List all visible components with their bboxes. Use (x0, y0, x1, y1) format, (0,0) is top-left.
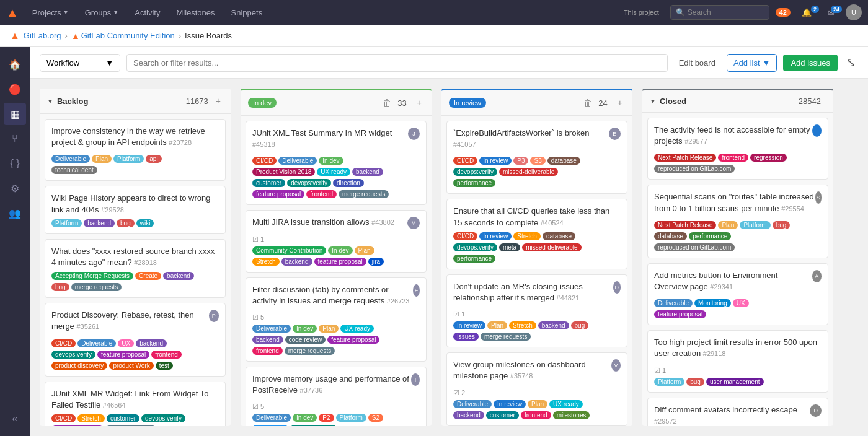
sidebar-icon-merge[interactable]: ⑂ (4, 128, 26, 150)
table-row[interactable]: Don't update an MR's closing issues rela… (446, 274, 627, 347)
tag: UX ready (340, 325, 374, 333)
tag: S2 (368, 414, 383, 422)
tag: Monitoring (694, 299, 731, 307)
tag: regression (750, 154, 787, 162)
sidebar-icon-home[interactable]: 🏠 (4, 53, 26, 76)
column-in-review: In review 🗑 24 + `ExpireBuildArtifactsWo… (441, 89, 632, 426)
tag: In dev (328, 246, 352, 255)
avatar: V (611, 359, 621, 372)
expand-button[interactable]: ⤡ (844, 53, 858, 72)
table-row[interactable]: Add metrics button to Environment Overvi… (647, 263, 828, 325)
tag: technical debt (51, 166, 97, 174)
nav-badge-2: 2 (811, 6, 819, 13)
column-header-closed: ▼ Closed 28542 (642, 89, 833, 113)
nav-badge-42[interactable]: 42 (776, 8, 790, 17)
table-row[interactable]: Improve consistency in the way we retrie… (45, 119, 226, 181)
nav-snippets[interactable]: Snippets (226, 8, 268, 17)
tag: backend (538, 321, 569, 329)
in-dev-add-btn[interactable]: + (414, 97, 424, 109)
tag: database (654, 232, 687, 240)
table-row[interactable]: View group milestones on dashboard miles… (446, 352, 627, 425)
avatar: D (613, 281, 621, 294)
tag: CI/CD (51, 414, 76, 422)
toggle-closed[interactable]: ▼ (650, 98, 656, 105)
in-dev-trash-btn[interactable]: 🗑 (380, 97, 394, 109)
table-row[interactable]: JUnit XML Test Summary In MR widget #453… (246, 121, 427, 205)
sidebar-icon-collapse[interactable]: « (4, 408, 26, 430)
add-issues-button[interactable]: Add issues (783, 54, 838, 71)
in-review-add-btn[interactable]: + (615, 97, 625, 109)
tag: merge requests (71, 283, 122, 291)
sidebar-icon-issues[interactable]: 🔴 (4, 78, 26, 100)
breadcrumb-org[interactable]: GitLab.org (24, 31, 61, 40)
in-review-trash-btn[interactable]: 🗑 (581, 97, 595, 109)
tag: devops:verify (287, 179, 331, 187)
tag: UX (733, 299, 749, 307)
avatar: T (812, 124, 822, 137)
sidebar-icon-ci[interactable]: ⚙ (4, 177, 26, 199)
table-row[interactable]: Diff comment avatars incorrectly escape … (647, 398, 828, 427)
tag: merge requests (105, 425, 156, 426)
tag: feature proposal (51, 425, 104, 426)
sidebar-icon-code[interactable]: { } (4, 152, 26, 175)
tag: bug (686, 378, 704, 386)
task-icon: ☑ 5 (252, 313, 264, 321)
user-avatar[interactable]: U (846, 4, 862, 20)
nav-activity[interactable]: Activity (130, 8, 165, 17)
nav-groups[interactable]: Groups ▼ (80, 8, 124, 17)
nav-milestones[interactable]: Milestones (171, 8, 219, 17)
tag: feature proposal (314, 258, 366, 266)
tag: Issues (453, 333, 479, 341)
workflow-select[interactable]: Workflow ▼ (40, 54, 120, 72)
table-row[interactable]: Filter discussion (tab) by comments or a… (246, 277, 427, 362)
tag: In review (479, 232, 512, 240)
tag: Community Contribution (252, 246, 326, 255)
tag: devops:verify (453, 168, 497, 176)
task-icon: ☑ 2 (453, 389, 465, 397)
task-icon: ☑ 1 (654, 367, 666, 375)
table-row[interactable]: The activity feed is not accessible for … (647, 118, 828, 180)
table-row[interactable]: JUnit XML MR Widget: Link From Widget To… (45, 381, 226, 427)
avatar: E (609, 128, 621, 140)
add-list-label: Add list (733, 58, 760, 68)
tag: Platform (51, 219, 82, 227)
tag: frontend (521, 411, 551, 419)
nav-bell[interactable]: 🔔 2 (797, 8, 817, 17)
tag: In dev (319, 157, 343, 165)
table-row[interactable]: Multi JIRA issue transition allows #4380… (246, 210, 427, 272)
tag: Create (135, 272, 161, 280)
nav-mail[interactable]: ✉ 24 (823, 8, 839, 17)
table-row[interactable]: What does "xxxx restored source branch x… (45, 239, 226, 298)
tag: CI/CD (252, 157, 277, 165)
tag: wiki (136, 219, 154, 227)
tag: meta (499, 243, 520, 251)
edit-board-button[interactable]: Edit board (674, 54, 720, 71)
nav-search-box[interactable]: 🔍 Search (670, 5, 769, 20)
table-row[interactable]: Too high project limit results in error … (647, 330, 828, 392)
table-row[interactable]: Wiki Page History appears to direct to w… (45, 186, 226, 233)
search-icon: 🔍 (676, 8, 685, 17)
filter-input[interactable] (126, 54, 668, 72)
table-row[interactable]: `ExpireBuildArtifactsWorker` is broken #… (446, 121, 627, 194)
nav-projects[interactable]: Projects ▼ (27, 8, 74, 17)
tag: merge requests (339, 190, 389, 198)
tag: Deliverable (252, 325, 291, 333)
tag: customer (486, 411, 519, 419)
add-list-button[interactable]: Add list ▼ (727, 54, 777, 72)
table-row[interactable]: Sequential scans on "routes" table incre… (647, 185, 828, 258)
tag: feature proposal (654, 310, 706, 318)
chevron-down-icon: ▼ (105, 58, 113, 68)
table-row[interactable]: Product Discovery: Rebase, retest, then … (45, 303, 226, 376)
tag: devops:create (290, 425, 337, 426)
breadcrumb-edition[interactable]: GitLab Community Edition (81, 31, 175, 40)
tag: Stretch (252, 258, 280, 266)
toggle-backlog[interactable]: ▼ (47, 98, 53, 105)
sidebar-icon-members[interactable]: 👥 (4, 202, 26, 224)
sidebar-icon-board[interactable]: ▦ (4, 103, 26, 125)
tag: Stretch (78, 414, 105, 422)
tag: frontend (252, 347, 283, 355)
table-row[interactable]: Ensure that all CI/CD queries take less … (446, 199, 627, 269)
backlog-add-btn[interactable]: + (213, 95, 223, 107)
tag: frontend (718, 154, 748, 162)
table-row[interactable]: Improve memory usage and performance of … (246, 367, 427, 426)
